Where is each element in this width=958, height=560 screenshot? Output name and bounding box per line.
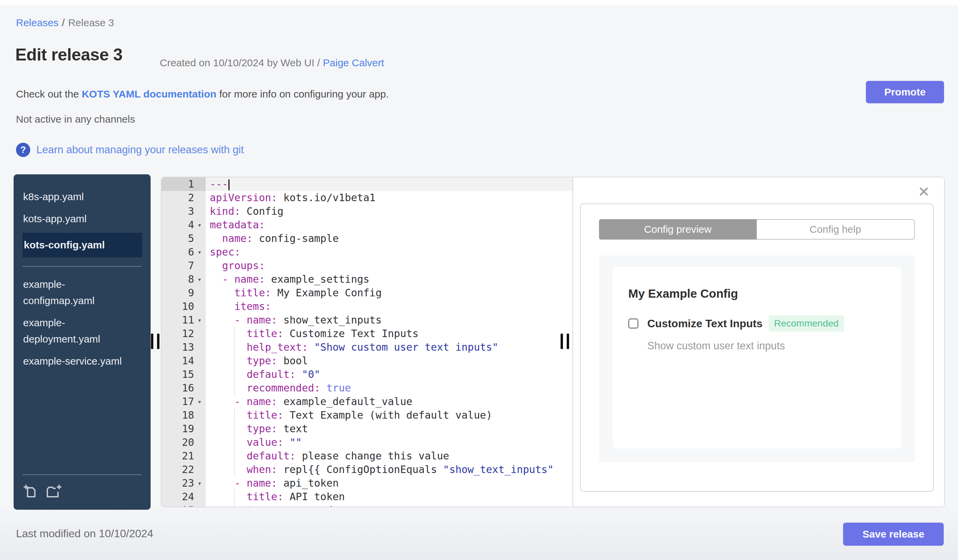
config-group-title: My Example Config — [628, 287, 886, 301]
line-number: 22 — [162, 463, 206, 476]
code-token: default: — [246, 450, 296, 462]
code-line-8: - name: example_settings — [206, 272, 573, 286]
code-token: kind: — [210, 205, 240, 217]
editor-gutter: 1234▾56▾78▾91011▾121314151617▾1819202122… — [162, 177, 206, 507]
line-number: 15 — [162, 368, 206, 381]
code-token: when: — [246, 464, 277, 475]
code-token — [228, 273, 234, 285]
new-folder-icon[interactable] — [46, 484, 62, 500]
gutter-line-24: 24 — [162, 490, 206, 504]
code-token: text — [278, 423, 308, 435]
fold-arrow-icon[interactable]: ▾ — [195, 476, 204, 490]
code-token: groups: — [222, 259, 265, 272]
editor-code[interactable]: ---apiVersion: kots.io/v1beta1kind: Conf… — [206, 177, 573, 507]
code-token: type: — [246, 423, 277, 435]
line-number: 7 — [162, 259, 206, 272]
code-token: - — [222, 273, 228, 285]
code-token: kots.io/v1beta1 — [278, 191, 376, 204]
author-link[interactable]: Paige Calvert — [323, 57, 384, 68]
code-token — [210, 491, 246, 503]
code-token: - — [234, 395, 240, 407]
gutter-line-19: 19 — [162, 422, 206, 436]
indent-guide — [234, 327, 235, 395]
doc-hint-pre: Check out the — [16, 89, 82, 100]
code-line-19: type: text — [206, 422, 573, 436]
fold-arrow-icon[interactable]: ▾ — [195, 313, 204, 327]
code-token: --- — [210, 178, 228, 190]
tab-config-preview[interactable]: Config preview — [599, 219, 757, 240]
code-token: repl{{ ConfigOptionEquals — [278, 464, 443, 475]
new-file-icon[interactable] — [23, 484, 39, 500]
close-icon[interactable]: ✕ — [918, 185, 930, 199]
code-token: apiVersion: — [210, 191, 278, 204]
line-number: 9 — [162, 286, 206, 300]
gutter-line-10: 10 — [162, 300, 206, 313]
code-line-11: - name: show_text_inputs — [206, 313, 573, 327]
code-line-16: recommended: true — [206, 381, 573, 395]
code-token: name: — [246, 314, 277, 326]
code-line-23: - name: api_token — [206, 476, 573, 490]
page-title: Edit release 3 — [15, 45, 122, 65]
help-question-icon[interactable]: ? — [16, 143, 30, 157]
doc-hint: Check out the KOTS YAML documentation fo… — [16, 89, 389, 100]
code-token: title: — [246, 327, 283, 340]
fold-arrow-icon[interactable]: ▾ — [195, 272, 204, 286]
kots-yaml-doc-link[interactable]: KOTS YAML documentation — [82, 89, 216, 100]
sidebar-file-kots-app.yaml[interactable]: kots-app.yaml — [23, 211, 132, 227]
indent-guide — [234, 408, 235, 476]
code-line-6: spec: — [206, 245, 573, 259]
tab-config-help[interactable]: Config help — [757, 219, 915, 240]
yaml-editor[interactable]: 1234▾56▾78▾91011▾121314151617▾1819202122… — [162, 177, 573, 507]
editor-resize-handle[interactable] — [561, 334, 569, 349]
code-token: example_settings — [265, 273, 370, 285]
fold-arrow-icon[interactable]: ▾ — [195, 245, 204, 259]
code-token: name: — [246, 395, 277, 407]
sidebar-file-example-service.yaml[interactable]: example-service.yaml — [23, 353, 132, 369]
sidebar-resize-handle[interactable] — [151, 334, 159, 349]
code-token — [210, 464, 246, 475]
fold-arrow-icon[interactable]: ▾ — [195, 395, 204, 408]
line-number: 21 — [162, 449, 206, 463]
code-token: config-sample — [252, 233, 339, 244]
code-token: spec: — [210, 246, 240, 258]
gutter-line-12: 12 — [162, 327, 206, 340]
code-token: default: — [246, 369, 296, 380]
line-number: 16 — [162, 381, 206, 395]
fold-arrow-icon[interactable]: ▾ — [195, 218, 204, 232]
code-line-25: type: password — [206, 504, 573, 507]
code-line-12: title: Customize Text Inputs — [206, 327, 573, 340]
code-token: API token — [284, 491, 345, 503]
promote-button[interactable]: Promote — [866, 81, 944, 103]
config-form: My Example Config Customize Text Inputs … — [612, 267, 901, 449]
line-number: 14 — [162, 354, 206, 368]
sidebar-file-kots-config.yaml[interactable]: kots-config.yaml — [22, 233, 142, 257]
code-line-14: type: bool — [206, 354, 573, 368]
code-line-5: name: config-sample — [206, 232, 573, 245]
gutter-line-14: 14 — [162, 354, 206, 368]
code-line-3: kind: Config — [206, 204, 573, 218]
gutter-line-21: 21 — [162, 449, 206, 463]
code-token — [210, 450, 246, 462]
sidebar-file-k8s-app.yaml[interactable]: k8s-app.yaml — [23, 188, 132, 205]
line-number: 1 — [162, 177, 206, 191]
code-token: password — [278, 504, 333, 507]
code-token — [210, 477, 234, 489]
line-number: 12 — [162, 327, 206, 340]
sidebar-file-example-configmap.yaml[interactable]: example-configmap.yaml — [23, 276, 132, 309]
customize-text-inputs-checkbox[interactable] — [628, 318, 638, 329]
gutter-line-23: 23▾ — [162, 476, 206, 490]
gutter-line-6: 6▾ — [162, 245, 206, 259]
code-token — [210, 327, 246, 340]
sidebar-file-example-deployment.yaml[interactable]: example-deployment.yaml — [23, 315, 132, 347]
breadcrumb-releases-link[interactable]: Releases — [16, 17, 59, 28]
code-token — [210, 504, 246, 507]
gutter-line-20: 20 — [162, 436, 206, 449]
save-release-button[interactable]: Save release — [843, 523, 944, 546]
text-cursor — [228, 179, 230, 190]
git-releases-link[interactable]: Learn about managing your releases with … — [36, 144, 244, 156]
channel-status: Not active in any channels — [16, 114, 135, 125]
line-number: 20 — [162, 436, 206, 449]
line-number: 10 — [162, 300, 206, 313]
code-token — [210, 382, 246, 394]
code-token: show_text_inputs — [278, 314, 382, 326]
